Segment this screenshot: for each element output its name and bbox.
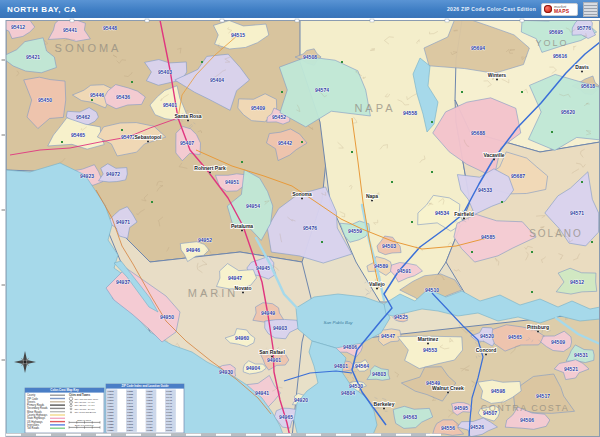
- zip-label-94553: 94553: [423, 347, 437, 353]
- zip-label-94585: 94585: [481, 234, 495, 240]
- zip-label-95688: 95688: [471, 130, 485, 136]
- city-marker: [242, 291, 244, 293]
- town-dot: [431, 121, 433, 123]
- zip-label-95436: 95436: [116, 94, 130, 100]
- zip-index-entry: 94930: [166, 390, 173, 392]
- town-dot: [501, 201, 503, 203]
- zip-label-94547: 94547: [381, 333, 395, 339]
- zip-label-95409: 95409: [251, 105, 265, 111]
- city-label-vallejo: Vallejo: [369, 281, 385, 287]
- zip-label-94521: 94521: [564, 366, 578, 372]
- zip-label-95694: 95694: [471, 45, 485, 51]
- zip-label-94946: 94946: [186, 247, 200, 253]
- zip-label-94507: 94507: [483, 410, 497, 416]
- city-label-petaluma: Petaluma: [231, 223, 253, 229]
- zip-label-94534: 94534: [435, 210, 449, 216]
- brand-logo-text: marketMAPS: [554, 5, 569, 14]
- zip-index-entry: 94565: [127, 423, 134, 425]
- zip-index-entry: 94946: [166, 402, 173, 404]
- zip-label-94563: 94563: [403, 414, 417, 420]
- zip-label-94520: 94520: [480, 333, 494, 339]
- zip-index-entry: 94506: [107, 393, 114, 395]
- zip-label-94930: 94930: [219, 369, 233, 375]
- zip-label-94803: 94803: [372, 371, 386, 377]
- zip-label-94526: 94526: [470, 424, 484, 430]
- zip-index-entry: 94591: [146, 396, 153, 398]
- zip-index-title: ZIP Code Index and Location Guide: [121, 384, 168, 388]
- city-label-novato: Novato: [235, 285, 252, 291]
- zip-index-entry: 94920: [146, 426, 153, 428]
- city-label-san-rafael: San Rafael: [259, 349, 285, 355]
- zip-label-94947: 94947: [228, 275, 242, 281]
- city-marker: [187, 119, 189, 121]
- zip-index-entry: 94941: [166, 396, 173, 398]
- town-dot: [531, 291, 533, 293]
- zip-label-95687: 95687: [511, 173, 525, 179]
- zip-index-entry: 94556: [127, 408, 134, 410]
- city-marker: [485, 353, 487, 355]
- zip-label-94804: 94804: [341, 390, 355, 396]
- city-label-sonoma: Sonoma: [292, 191, 312, 197]
- zip-label-95472: 95472: [121, 134, 135, 140]
- zip-index-entry: 94595: [146, 399, 153, 401]
- zip-index-entry: 94952: [166, 417, 173, 419]
- town-dot: [391, 181, 393, 183]
- title-bar-right: 2026 ZIP Code Color-Cast Edition marketM…: [447, 2, 598, 17]
- brand-logo: marketMAPS: [541, 3, 578, 16]
- city-marker: [271, 355, 273, 357]
- legend-title: Color-Cast Map Key: [50, 388, 79, 392]
- zip-index-entry: 94585: [146, 390, 153, 392]
- zip-index-entry: 94509: [107, 402, 114, 404]
- city-marker: [147, 140, 149, 142]
- zip-label-94531: 94531: [574, 352, 588, 358]
- zip-index-entry: 94508: [107, 399, 114, 401]
- town-dot: [461, 91, 463, 93]
- city-marker: [376, 287, 378, 289]
- zip-index-entry: 94517: [107, 414, 114, 416]
- town-dot: [301, 141, 303, 143]
- city-label-berkeley: Berkeley: [374, 401, 395, 407]
- town-dot: [431, 171, 433, 173]
- city-label-fairfield: Fairfield: [454, 211, 473, 217]
- legend-cities-title: Cities and Towns: [69, 393, 91, 397]
- zip-label-94952: 94952: [198, 237, 212, 243]
- zip-index-entry: 94971: [166, 429, 173, 431]
- map-layers: SONOMANAPAYOLOMARINSOLANOCONTRA COSTA954…: [0, 15, 600, 437]
- zip-index-entry: 94558: [127, 411, 134, 413]
- zip-label-95616: 95616: [553, 53, 567, 59]
- zip-label-94595: 94595: [454, 405, 468, 411]
- zip-label-94512: 94512: [570, 279, 584, 285]
- zip-label-94564: 94564: [355, 363, 369, 369]
- town-dot: [341, 61, 343, 63]
- zip-label-94517: 94517: [536, 393, 550, 399]
- county-label-sonoma: SONOMA: [55, 42, 122, 54]
- zip-index-entry: 94530: [107, 429, 114, 431]
- city-label-pittsburg: Pittsburg: [527, 324, 549, 330]
- county-label-solano: SOLANO: [529, 228, 583, 239]
- city-marker: [427, 342, 429, 344]
- city-label-vacaville: Vacaville: [483, 152, 504, 158]
- zip-index-entry: 94526: [107, 426, 114, 428]
- zip-label-94591: 94591: [397, 268, 411, 274]
- zip-label-95776: 95776: [577, 25, 591, 31]
- town-dot: [411, 221, 413, 223]
- zip-index-entry: 94531: [127, 390, 134, 392]
- zip-index-entry: 94801: [146, 405, 153, 407]
- page-title: NORTH BAY, CA: [7, 5, 77, 14]
- zip-index-entry: 94507: [107, 396, 114, 398]
- zip-label-95618: 95618: [581, 83, 595, 89]
- zip-label-95465: 95465: [71, 132, 85, 138]
- zip-label-94920: 94920: [294, 397, 308, 403]
- zip-label-95401: 95401: [163, 102, 177, 108]
- city-label-davis: Davis: [575, 64, 589, 70]
- zip-index-entry: 94559: [127, 414, 134, 416]
- town-dot: [151, 201, 153, 203]
- town-dot: [241, 161, 243, 163]
- zip-label-95452: 95452: [272, 114, 286, 120]
- zip-index-entry: 94503: [107, 390, 114, 392]
- map-legend: Color-Cast Map KeyCountyZIP CodeStreetsP…: [25, 388, 104, 433]
- zip-label-94937: 94937: [116, 279, 130, 285]
- zip-label-94533: 94533: [478, 187, 492, 193]
- zip-label-94965: 94965: [279, 414, 293, 420]
- zip-label-94949: 94949: [261, 310, 275, 316]
